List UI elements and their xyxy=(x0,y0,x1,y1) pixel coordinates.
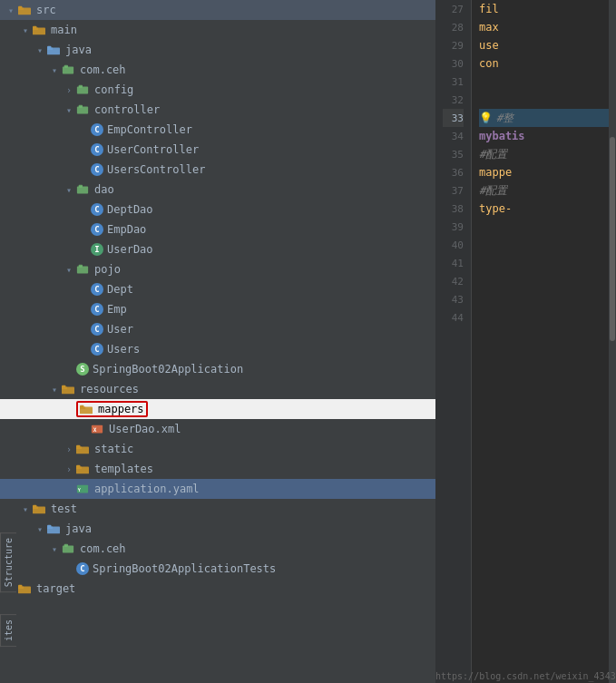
code-text: #配置 xyxy=(479,147,507,162)
tree-item-config[interactable]: › config xyxy=(0,80,435,100)
svg-text:X: X xyxy=(93,426,97,433)
tree-arrow-controller[interactable]: ▾ xyxy=(62,105,76,115)
tree-item-java2[interactable]: ▾ java xyxy=(0,519,435,539)
tree-item-label: src xyxy=(36,4,56,16)
tree-item-main[interactable]: ▾ main xyxy=(0,20,435,40)
tree-item-Users[interactable]: CUsers xyxy=(0,339,435,359)
tree-item-resources[interactable]: ▾ resources xyxy=(0,379,435,399)
tree-item-controller[interactable]: ▾ controller xyxy=(0,100,435,120)
mappers-highlight-border: mappers xyxy=(76,401,148,417)
xml-icon: X xyxy=(91,424,105,434)
tree-arrow-templates[interactable]: › xyxy=(62,464,76,474)
code-line-37: #配置 xyxy=(479,181,616,200)
tree-arrow-java2[interactable]: ▾ xyxy=(33,524,47,534)
tree-arrow-resources[interactable]: ▾ xyxy=(47,385,62,395)
package-icon xyxy=(62,64,76,75)
line-numbers: 272829303132333435363738394041424344 xyxy=(435,0,472,683)
folder-blue-icon xyxy=(47,523,62,534)
tree-item-label: UserDao.xml xyxy=(109,423,181,435)
tree-item-dao[interactable]: ▾ dao xyxy=(0,180,435,200)
tree-item-label: test xyxy=(51,502,77,515)
svg-rect-15 xyxy=(77,187,88,194)
svg-rect-5 xyxy=(33,26,36,29)
bulb-icon: 💡 xyxy=(479,112,493,124)
tree-item-test[interactable]: ▾ test xyxy=(0,499,435,519)
tree-item-label: UserController xyxy=(107,143,199,156)
svg-rect-12 xyxy=(79,85,83,88)
tree-item-SpringBootAppTests[interactable]: CSpringBoot02ApplicationTests xyxy=(0,559,435,579)
code-line-29: use xyxy=(479,36,616,54)
code-line-34: mybatis xyxy=(479,127,616,145)
tree-item-label: SpringBoot02ApplicationTests xyxy=(93,562,276,575)
tree-item-EmpDao[interactable]: CEmpDao xyxy=(0,220,435,239)
tree-item-label: pojo xyxy=(94,263,121,276)
line-num-40: 40 xyxy=(443,236,464,254)
tree-item-Emp[interactable]: CEmp xyxy=(0,299,435,319)
code-area: 272829303132333435363738394041424344 fil… xyxy=(435,0,616,683)
line-num-44: 44 xyxy=(443,308,464,327)
tree-item-Dept[interactable]: CDept xyxy=(0,279,435,299)
tree-arrow-static[interactable]: › xyxy=(62,444,76,454)
tree-item-com.ceh2[interactable]: ▾ com.ceh xyxy=(0,539,435,559)
tree-item-pojo[interactable]: ▾ pojo xyxy=(0,259,435,279)
tree-item-User[interactable]: CUser xyxy=(0,319,435,339)
svg-rect-37 xyxy=(33,505,36,508)
folder-icon xyxy=(33,24,47,35)
tree-item-label: main xyxy=(51,24,77,36)
tree-item-label: java xyxy=(65,522,92,535)
tree-item-java[interactable]: ▾ java xyxy=(0,40,435,60)
tree-item-com.ceh[interactable]: ▾ com.ceh xyxy=(0,60,435,80)
tree-arrow-com.ceh2[interactable]: ▾ xyxy=(47,544,62,554)
tree-arrow-dao[interactable]: ▾ xyxy=(62,185,76,195)
tree-item-mappers[interactable]: mappers xyxy=(0,399,435,419)
folder-blue-icon xyxy=(47,44,62,55)
tree-item-label: Dept xyxy=(107,283,133,296)
code-text: fil xyxy=(479,3,499,15)
code-line-39 xyxy=(479,218,616,236)
tree-item-UserController[interactable]: CUserController xyxy=(0,140,435,160)
structure-tab[interactable]: Structure xyxy=(0,532,16,592)
tree-arrow-pojo[interactable]: ▾ xyxy=(62,265,76,275)
vertical-scrollbar[interactable] xyxy=(609,0,616,683)
tree-item-UsersController[interactable]: CUsersController xyxy=(0,160,435,180)
folder-icon xyxy=(33,503,47,514)
tree-item-DeptDao[interactable]: CDeptDao xyxy=(0,200,435,220)
package-icon xyxy=(76,264,91,275)
tree-arrow-com.ceh[interactable]: ▾ xyxy=(47,65,62,75)
file-tree-panel[interactable]: ▾ src▾ main▾ java▾ com.ceh› config▾ cont… xyxy=(0,0,435,683)
package-icon xyxy=(76,184,91,195)
tree-item-EmpController[interactable]: CEmpController xyxy=(0,120,435,140)
tree-item-application.yaml[interactable]: Y application.yaml xyxy=(0,479,435,499)
tree-item-static[interactable]: › static xyxy=(0,439,435,459)
code-text: #整 xyxy=(496,111,513,126)
tree-item-label: mappers xyxy=(98,403,144,415)
tree-arrow-test[interactable]: ▾ xyxy=(18,504,33,514)
tree-item-SpringBootApp[interactable]: SSpringBoot02Application xyxy=(0,359,435,379)
class-c-badge: C xyxy=(91,143,103,156)
svg-rect-42 xyxy=(64,544,68,547)
tree-arrow-src[interactable]: ▾ xyxy=(4,5,18,15)
class-c-badge: C xyxy=(91,163,103,176)
tree-arrow-config[interactable]: › xyxy=(62,85,76,95)
tree-item-target[interactable]: › target xyxy=(0,579,435,599)
tree-arrow-main[interactable]: ▾ xyxy=(18,25,33,35)
line-num-41: 41 xyxy=(443,254,464,272)
tree-item-src[interactable]: ▾ src xyxy=(0,0,435,20)
favorites-tab[interactable]: ites xyxy=(0,614,16,647)
tree-arrow-java[interactable]: ▾ xyxy=(33,45,47,55)
svg-rect-2 xyxy=(18,6,22,9)
tree-item-label: DeptDao xyxy=(107,203,153,216)
code-line-27: fil xyxy=(479,0,616,18)
tree-item-templates[interactable]: › templates xyxy=(0,459,435,479)
code-line-40 xyxy=(479,236,616,254)
line-num-33: 33 xyxy=(443,109,464,127)
tree-item-label: resources xyxy=(80,383,139,395)
line-num-37: 37 xyxy=(443,181,464,200)
tree-item-UserDaoXml[interactable]: X UserDao.xml xyxy=(0,419,435,439)
tree-item-UserDao[interactable]: IUserDao xyxy=(0,239,435,259)
class-spring-badge: S xyxy=(76,363,89,376)
svg-rect-32 xyxy=(76,465,80,468)
svg-rect-29 xyxy=(76,445,80,448)
scrollbar-thumb[interactable] xyxy=(610,137,615,342)
tree-item-label: EmpController xyxy=(107,123,192,136)
